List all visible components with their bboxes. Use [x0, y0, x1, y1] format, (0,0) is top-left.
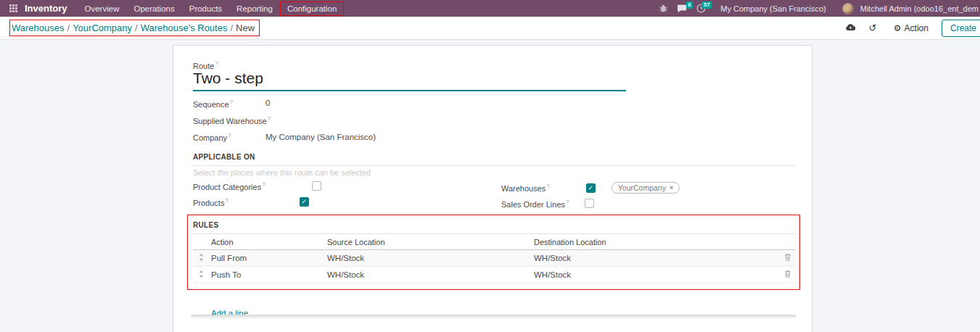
help-marker: ?: [215, 60, 218, 67]
top-navbar: Inventory Overview Operations Products R…: [0, 0, 980, 17]
help-marker: ?: [230, 99, 233, 105]
action-menu-label: Action: [905, 23, 928, 33]
rule-action-cell[interactable]: Pull From: [211, 254, 247, 262]
company-field-label: Company?: [193, 132, 231, 142]
supplied-warehouse-field-label: Supplied Warehouse?: [193, 115, 271, 125]
create-button[interactable]: Create: [942, 20, 980, 37]
column-header-source-location[interactable]: Source Location: [327, 238, 385, 246]
rule-action-cell[interactable]: Push To: [211, 270, 241, 279]
company-input[interactable]: My Company (San Francisco): [265, 133, 376, 141]
sales-order-lines-field: Sales Order Lines?: [501, 199, 594, 209]
sales-order-lines-checkbox[interactable]: [585, 199, 594, 208]
product-categories-field: Product Categories?: [193, 181, 321, 191]
nav-item-configuration[interactable]: Configuration: [280, 1, 344, 16]
applicable-on-section-title: APPLICABLE ON: [193, 153, 796, 166]
breadcrumb-current: New: [236, 22, 255, 33]
control-panel: Warehouses/YourCompany/Warehouse's Route…: [0, 17, 980, 40]
delete-row-icon[interactable]: [784, 270, 791, 280]
gear-icon: ⚙: [894, 23, 902, 33]
delete-row-icon[interactable]: [784, 254, 791, 263]
rule-source-cell[interactable]: WH/Stock: [327, 254, 364, 262]
drag-handle-icon[interactable]: [199, 270, 204, 280]
rule-destination-cell[interactable]: WH/Stock: [534, 254, 571, 262]
cloud-save-icon[interactable]: [843, 22, 859, 33]
rule-row-2[interactable]: Push To WH/Stock WH/Stock: [193, 267, 796, 283]
column-header-destination-location[interactable]: Destination Location: [534, 238, 606, 246]
rule-destination-cell[interactable]: WH/Stock: [534, 270, 571, 279]
action-menu-button[interactable]: ⚙ Action: [894, 23, 928, 33]
activities-clock-icon[interactable]: 57: [693, 1, 709, 16]
app-name[interactable]: Inventory: [25, 3, 67, 14]
breadcrumb-separator: /: [132, 22, 141, 33]
nav-item-operations[interactable]: Operations: [126, 1, 181, 16]
form-view: Route? Two - step Sequence? 0 Supplied W…: [0, 40, 980, 332]
sheet-separator: [191, 315, 796, 317]
nav-item-reporting[interactable]: Reporting: [229, 1, 280, 16]
activities-badge: 57: [701, 1, 712, 9]
products-field: Products?: [193, 197, 309, 207]
nav-item-overview[interactable]: Overview: [78, 1, 127, 16]
sequence-field-label: Sequence?: [193, 99, 233, 109]
grid-icon: [9, 4, 17, 12]
apps-menu-icon[interactable]: [4, 0, 22, 17]
drag-handle-icon[interactable]: [199, 254, 204, 263]
rules-table-header: Action Source Location Destination Locat…: [193, 236, 796, 250]
help-marker: ?: [268, 115, 271, 122]
messages-badge: 6: [686, 1, 693, 9]
rule-row-1[interactable]: Pull From WH/Stock WH/Stock: [193, 250, 796, 267]
product-categories-checkbox[interactable]: [312, 181, 321, 191]
warehouses-field: Warehouses? YourCompany ×: [501, 182, 680, 194]
route-field-label: Route?: [193, 60, 218, 70]
rule-source-cell[interactable]: WH/Stock: [327, 270, 364, 279]
products-checkbox[interactable]: [300, 197, 309, 207]
table-bottom-border: [193, 318, 796, 318]
warehouse-tag-label: YourCompany: [618, 183, 666, 192]
nav-item-products[interactable]: Products: [182, 1, 229, 16]
company-switcher[interactable]: My Company (San Francisco): [720, 4, 826, 13]
warehouse-tag[interactable]: YourCompany ×: [612, 182, 680, 194]
tag-remove-icon[interactable]: ×: [670, 184, 673, 191]
debug-bug-icon[interactable]: [655, 1, 671, 16]
breadcrumb-warehouses[interactable]: Warehouses: [12, 22, 65, 33]
rules-section-title: RULES: [193, 221, 796, 234]
route-name-input[interactable]: Two - step: [193, 70, 626, 91]
breadcrumb-separator: /: [65, 22, 73, 33]
user-avatar[interactable]: [842, 3, 854, 14]
sequence-input[interactable]: 0: [265, 99, 270, 107]
breadcrumb-warehouse-routes[interactable]: Warehouse's Routes: [141, 22, 228, 33]
help-marker: ?: [228, 132, 231, 138]
user-menu[interactable]: Mitchell Admin (odoo16_ent_dem: [860, 4, 979, 13]
applicable-on-hint: Select the places where this route can b…: [193, 168, 371, 177]
breadcrumb: Warehouses/YourCompany/Warehouse's Route…: [10, 20, 259, 36]
form-sheet: Route? Two - step Sequence? 0 Supplied W…: [173, 45, 812, 332]
messages-icon[interactable]: 6: [674, 1, 690, 16]
warehouses-checkbox[interactable]: [586, 183, 596, 193]
breadcrumb-separator: /: [227, 22, 236, 33]
column-header-action[interactable]: Action: [211, 238, 234, 246]
breadcrumb-yourcompany[interactable]: YourCompany: [73, 22, 132, 33]
discard-undo-icon[interactable]: ↺: [865, 22, 881, 33]
